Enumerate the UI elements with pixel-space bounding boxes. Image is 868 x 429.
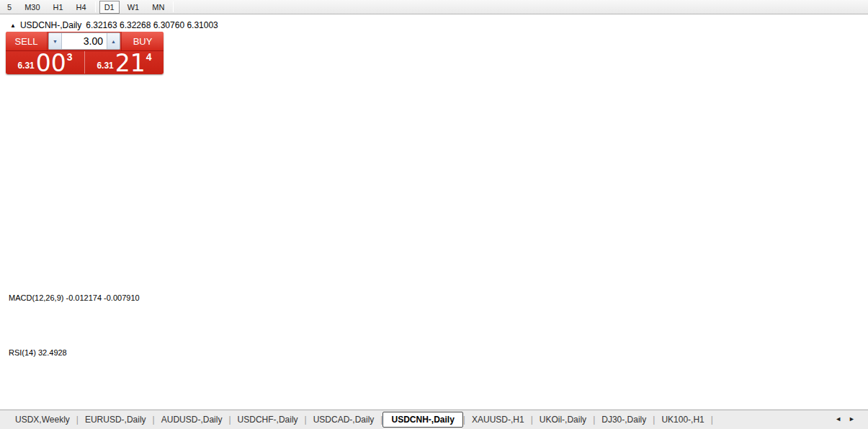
volume-input[interactable] <box>62 33 107 49</box>
sell-price-big: 00 <box>36 53 66 73</box>
buy-price-big: 21 <box>115 53 146 73</box>
chart-symbol-title: USDCNH-,Daily <box>20 20 81 30</box>
timeframe-toolbar: 5M30H1H4D1W1MN <box>0 0 868 14</box>
chart-header: ▲ USDCNH-,Daily 6.32163 6.32268 6.30760 … <box>10 20 218 30</box>
tabs-scroll-left-icon[interactable]: ◄ <box>835 415 841 423</box>
symbol-tab-usdcad-[interactable]: USDCAD-,Daily <box>307 412 381 427</box>
timeframe-button-m30[interactable]: M30 <box>19 1 45 14</box>
timeframe-button-h1[interactable]: H1 <box>48 1 68 14</box>
sell-price-prefix: 6.31 <box>17 61 34 71</box>
volume-control: ▼ ▲ <box>48 32 120 50</box>
tab-separator: | <box>711 415 713 425</box>
symbol-tab-usdchf-[interactable]: USDCHF-,Daily <box>231 412 305 427</box>
symbol-tab-eurusd-[interactable]: EURUSD-,Daily <box>79 412 153 427</box>
symbol-tab-uk100-[interactable]: UK100-,H1 <box>655 412 710 427</box>
one-click-trading-panel: SELL ▼ ▲ BUY 6.31 00 3 6.31 21 4 <box>6 32 164 74</box>
sell-button[interactable]: SELL <box>6 32 48 50</box>
timeframe-button-5[interactable]: 5 <box>2 1 17 14</box>
volume-increase-button[interactable]: ▲ <box>107 33 120 49</box>
buy-price-pip: 4 <box>146 51 152 63</box>
symbol-tab-xauusd-[interactable]: XAUUSD-,H1 <box>465 412 531 427</box>
timeframe-button-mn[interactable]: MN <box>147 1 169 14</box>
timeframe-button-d1[interactable]: D1 <box>99 1 120 14</box>
symbol-tab-dj30-[interactable]: DJ30-,Daily <box>595 412 653 427</box>
buy-price-display[interactable]: 6.31 21 4 <box>85 51 164 74</box>
toolbar-separator <box>173 1 174 12</box>
buy-button[interactable]: BUY <box>121 32 164 50</box>
timeframe-button-w1[interactable]: W1 <box>122 1 145 14</box>
rsi-label: RSI(14) 32.4928 <box>9 348 67 357</box>
symbol-tabbar: USDX,Weekly|EURUSD-,Daily|AUDUSD-,Daily|… <box>0 410 868 429</box>
symbol-tab-usdx[interactable]: USDX,Weekly <box>9 412 76 427</box>
volume-decrease-button[interactable]: ▼ <box>49 33 62 49</box>
buy-price-prefix: 6.31 <box>97 61 113 71</box>
collapse-chart-icon[interactable]: ▲ <box>10 22 16 29</box>
symbol-tab-ukoil-[interactable]: UKOil-,Daily <box>533 412 593 427</box>
sell-price-pip: 3 <box>67 51 73 63</box>
symbol-tab-usdcnh-[interactable]: USDCNH-,Daily <box>382 412 462 428</box>
chart-ohlc-values: 6.32163 6.32268 6.30760 6.31003 <box>86 20 218 30</box>
sell-price-display[interactable]: 6.31 00 3 <box>6 51 85 74</box>
symbol-tab-audusd-[interactable]: AUDUSD-,Daily <box>155 412 229 427</box>
timeframe-button-h4[interactable]: H4 <box>71 1 91 14</box>
tabs-scroll-right-icon[interactable]: ► <box>849 415 855 423</box>
macd-label: MACD(12,26,9) -0.012174 -0.007910 <box>9 293 140 302</box>
toolbar-separator <box>95 1 96 12</box>
terminal-window: 5M30H1H4D1W1MN ▲ USDCNH-,Daily 6.32163 6… <box>0 0 868 429</box>
